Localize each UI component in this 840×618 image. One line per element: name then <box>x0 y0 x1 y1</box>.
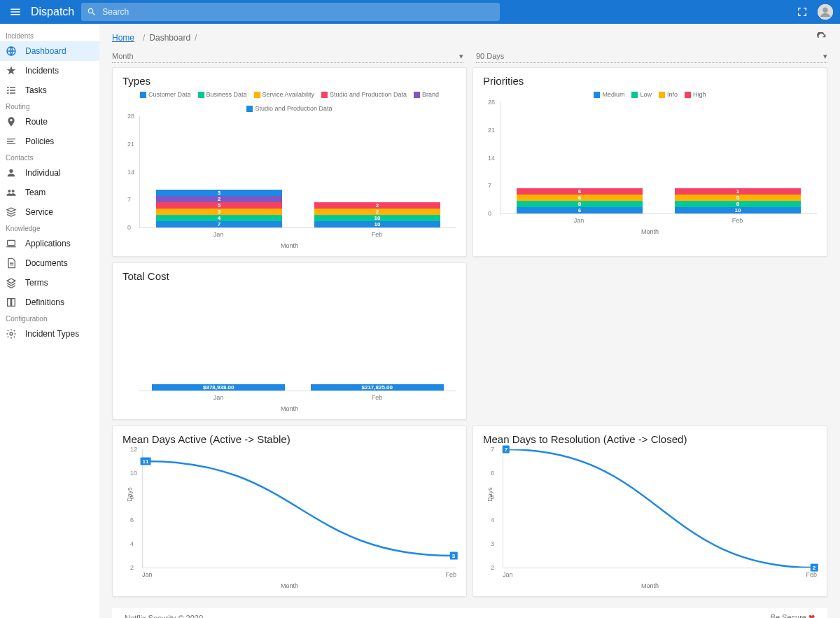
legend-item: Customer Data <box>140 91 191 98</box>
data-point-label: 3 <box>450 552 457 560</box>
sidebar: IncidentsDashboardIncidentsTasksRoutingR… <box>0 24 99 618</box>
bar-segment: 5 <box>156 209 283 215</box>
sidebar-item-label: Route <box>25 117 48 127</box>
x-tick: Jan <box>214 394 224 401</box>
book-icon <box>6 297 17 308</box>
sidebar-item-label: Dashboard <box>25 46 66 56</box>
legend-item: Info <box>659 91 678 98</box>
filter-range[interactable]: 90 Days ▾ <box>476 50 827 63</box>
pin-icon <box>6 116 17 127</box>
sidebar-section-label: Knowledge <box>0 222 99 234</box>
content-area: Home / Dashboard / Month ▾ 90 Days ▾ Typ… <box>99 24 840 618</box>
fullscreen-icon[interactable] <box>797 6 808 17</box>
policies-icon <box>6 136 17 147</box>
sidebar-item-incident-types[interactable]: Incident Types <box>0 324 99 344</box>
breadcrumb-home[interactable]: Home <box>112 33 134 43</box>
group-icon <box>6 187 17 198</box>
x-tick: Jan <box>214 231 224 238</box>
gear-icon <box>6 328 17 339</box>
x-tick: Feb <box>372 394 383 401</box>
chevron-down-icon: ▾ <box>823 52 827 61</box>
data-point-label: 2 <box>811 564 818 572</box>
checklist-icon <box>6 85 17 96</box>
sidebar-item-tasks[interactable]: Tasks <box>0 80 99 100</box>
sidebar-item-dashboard[interactable]: Dashboard <box>0 41 99 61</box>
chart-legend: MediumLowInfoHigh <box>483 91 817 98</box>
chart-plot: Days23456772 <box>503 449 817 568</box>
bar-segment: 5 <box>675 195 802 201</box>
sidebar-item-terms[interactable]: Terms <box>0 273 99 293</box>
sidebar-item-documents[interactable]: Documents <box>0 253 99 273</box>
legend-item: Service Availability <box>254 91 314 98</box>
sidebar-section-label: Configuration <box>0 312 99 324</box>
sidebar-item-label: Policies <box>25 136 54 146</box>
svg-point-1 <box>822 8 827 13</box>
svg-point-5 <box>12 190 15 192</box>
footer: Netflix Security © 2020 Be Secure ❤ <box>112 607 827 618</box>
bar-segment: 8 <box>517 201 643 207</box>
search-field[interactable] <box>81 3 500 21</box>
bar-segment: 6 <box>517 207 643 213</box>
sidebar-item-applications[interactable]: Applications <box>0 234 99 253</box>
sidebar-item-definitions[interactable]: Definitions <box>0 293 99 312</box>
bar-segment: 2 <box>156 196 283 202</box>
chart-priorities: PrioritiesMediumLowInfoHigh0714212868661… <box>472 67 827 257</box>
bar-segment: 5 <box>156 202 283 209</box>
layers-icon <box>6 277 17 288</box>
footer-right: Be Secure ❤ <box>771 613 815 618</box>
sidebar-item-label: Individual <box>25 168 61 178</box>
bar-segment: 1 <box>675 188 802 195</box>
chart-types: TypesCustomer DataBusiness DataService A… <box>112 67 467 257</box>
sidebar-item-label: Terms <box>25 278 48 288</box>
bar-segment: 10 <box>314 221 441 227</box>
app-brand: Dispatch <box>31 6 74 18</box>
sidebar-item-team[interactable]: Team <box>0 183 99 202</box>
bar-segment: 7 <box>156 221 283 227</box>
legend-item: Business Data <box>198 91 247 98</box>
sidebar-item-route[interactable]: Route <box>0 112 99 132</box>
sidebar-item-service[interactable]: Service <box>0 202 99 222</box>
refresh-button[interactable] <box>816 32 827 43</box>
x-tick: Feb <box>372 231 383 238</box>
chart-plot: $878,938.00$217,825.00 <box>139 286 456 391</box>
sidebar-item-policies[interactable]: Policies <box>0 132 99 151</box>
breadcrumb-current: Dashboard <box>149 33 190 43</box>
menu-button[interactable] <box>7 3 24 20</box>
sidebar-item-label: Incident Types <box>25 329 79 339</box>
legend-item: Studio and Production Data <box>246 105 332 112</box>
chart-resolution: Mean Days to Resolution (Active -> Close… <box>472 426 827 597</box>
sidebar-item-individual[interactable]: Individual <box>0 163 99 183</box>
topbar: Dispatch <box>0 0 840 24</box>
sidebar-item-label: Applications <box>25 239 71 248</box>
legend-item: Medium <box>594 91 624 98</box>
data-point-label: 7 <box>503 446 510 454</box>
service-icon <box>6 206 17 218</box>
person-icon <box>6 167 17 178</box>
bar-segment: 6 <box>517 195 643 201</box>
sidebar-item-incidents[interactable]: Incidents <box>0 61 99 80</box>
svg-rect-6 <box>8 240 15 245</box>
bar-segment: 8 <box>675 201 802 207</box>
refresh-icon <box>816 32 827 43</box>
bar-segment: 10 <box>675 207 802 213</box>
bar: $878,938.00 <box>152 384 285 391</box>
chart-active: Mean Days Active (Active -> Stable)Days2… <box>112 426 467 597</box>
chart-title: Types <box>122 75 456 87</box>
bar-stack: 101022 <box>314 202 441 227</box>
x-tick: Jan <box>142 571 153 578</box>
chart-title: Priorities <box>483 75 817 87</box>
sidebar-section-label: Incidents <box>0 29 99 41</box>
x-tick: Jan <box>574 217 584 224</box>
data-point-label: 11 <box>140 457 150 465</box>
legend-item: Low <box>631 91 652 98</box>
chart-plot: 07142128686610851 <box>500 102 817 214</box>
filter-period[interactable]: Month ▾ <box>112 50 463 63</box>
bar-segment: 6 <box>517 188 643 195</box>
star-icon <box>6 65 17 76</box>
x-axis-label: Month <box>122 405 456 412</box>
search-icon <box>87 7 97 17</box>
breadcrumb: Home / Dashboard / <box>112 32 827 43</box>
avatar[interactable] <box>818 4 833 20</box>
search-input[interactable] <box>101 6 494 17</box>
bar-stack: 6866 <box>517 188 643 213</box>
